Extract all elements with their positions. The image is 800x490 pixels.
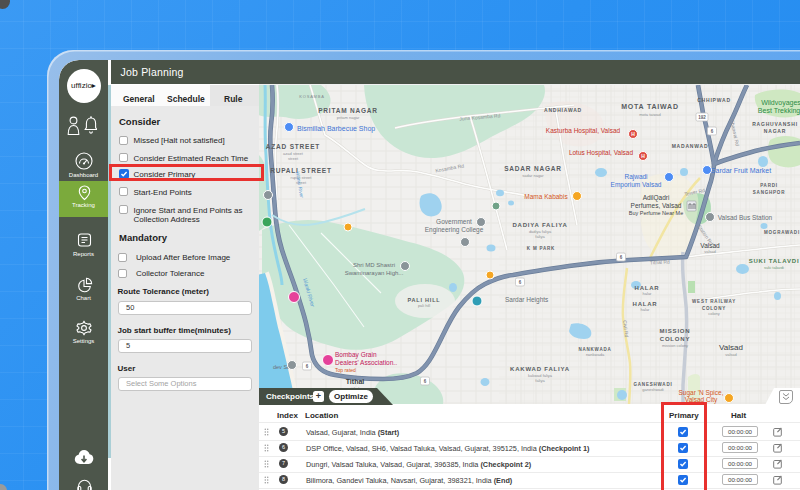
svg-text:H: H [641, 153, 645, 159]
svg-text:Lotus Hospital, Valsad: Lotus Hospital, Valsad [569, 149, 634, 157]
svg-text:valsad: valsad [725, 352, 737, 357]
svg-text:ANDHIAWAD: ANDHIAWAD [544, 107, 582, 113]
svg-text:PARDI: PARDI [760, 183, 778, 188]
svg-text:street: street [288, 156, 299, 161]
svg-text:Shri MD Shastri: Shri MD Shastri [353, 262, 395, 268]
svg-text:Sardar Heights: Sardar Heights [505, 296, 549, 304]
svg-text:Kasturba Hospital, Valsad: Kasturba Hospital, Valsad [546, 127, 621, 135]
svg-text:SUKI TALAVDI: SUKI TALAVDI [749, 258, 800, 264]
svg-text:AdilQadri: AdilQadri [643, 194, 670, 202]
svg-text:Perfumes, Valsad: Perfumes, Valsad [631, 202, 682, 209]
svg-text:DADIYA FALIYA: DADIYA FALIYA [512, 222, 567, 228]
svg-text:MISSION: MISSION [660, 328, 691, 334]
svg-text:ganeshwadi: ganeshwadi [642, 387, 663, 392]
svg-text:Wildvoyages: Wildvoyages [761, 99, 800, 107]
svg-text:Bombay Grain: Bombay Grain [335, 351, 377, 359]
svg-text:faliya: faliya [535, 234, 545, 239]
svg-text:WEST RAILWAY: WEST RAILWAY [692, 299, 736, 304]
svg-text:Rajwadi: Rajwadi [624, 173, 647, 181]
svg-text:Dealers' Association..: Dealers' Association.. [335, 359, 397, 366]
svg-text:Valsad: Valsad [719, 343, 743, 352]
svg-text:192: 192 [698, 115, 706, 120]
svg-text:pali hill: pali hill [418, 303, 430, 308]
svg-text:MOTA TAIWAD: MOTA TAIWAD [621, 103, 679, 110]
svg-text:Best Trekking..: Best Trekking.. [758, 107, 800, 115]
svg-text:Top rated: Top rated [335, 367, 356, 373]
svg-text:Engineering College: Engineering College [425, 226, 484, 234]
svg-text:Swaminarayan High...: Swaminarayan High... [345, 270, 404, 276]
svg-text:KOSAMBA: KOSAMBA [299, 94, 324, 99]
svg-text:CHHIPWAD: CHHIPWAD [697, 97, 731, 103]
svg-text:halar: halar [643, 291, 653, 296]
svg-text:Emporium Valsad: Emporium Valsad [611, 181, 662, 189]
svg-text:KAKWAD FALIYA: KAKWAD FALIYA [510, 366, 570, 372]
svg-text:NAGAR: NAGAR [764, 128, 786, 134]
svg-text:COLONY: COLONY [660, 336, 690, 342]
svg-text:halar: halar [641, 307, 651, 312]
svg-text:Government: Government [436, 218, 472, 225]
svg-text:MOGRAWADI: MOGRAWADI [764, 230, 800, 235]
svg-text:suki talavdi: suki talavdi [764, 265, 784, 270]
svg-text:SADAR NAGAR: SADAR NAGAR [504, 165, 562, 172]
svg-text:SANGHPOR: SANGHPOR [753, 190, 785, 195]
svg-text:mission colony: mission colony [662, 343, 688, 348]
svg-text:mota taiwad: mota taiwad [639, 112, 661, 117]
svg-text:AZAD STREET: AZAD STREET [266, 143, 320, 150]
svg-text:Bismillah Barbecue Shop: Bismillah Barbecue Shop [297, 125, 375, 133]
svg-text:nankwada: nankwada [586, 352, 605, 357]
svg-text:K M PARK: K M PARK [527, 246, 555, 251]
svg-text:Buy Perfume Near Me: Buy Perfume Near Me [629, 210, 683, 216]
svg-text:Tithal Rd: Tithal Rd [650, 258, 670, 265]
svg-text:H: H [631, 131, 635, 137]
svg-text:faliya: faliya [535, 378, 545, 383]
svg-text:sadar nagar: sadar nagar [522, 173, 544, 178]
svg-text:RAGHUVANSHI: RAGHUVANSHI [752, 121, 798, 127]
svg-text:Valsad Bus Station: Valsad Bus Station [718, 214, 773, 221]
svg-text:MADANWAD: MADANWAD [672, 143, 709, 149]
svg-text:PRITAM NAGAR: PRITAM NAGAR [318, 107, 378, 114]
svg-text:colony: colony [708, 311, 720, 316]
svg-text:valsad: valsad [704, 249, 716, 254]
svg-text:pritam nagar: pritam nagar [337, 115, 360, 120]
svg-text:Mama Kababis: Mama Kababis [524, 193, 568, 200]
svg-text:Sardar Fruit Market: Sardar Fruit Market [711, 167, 771, 174]
svg-text:Tithal: Tithal [346, 378, 365, 385]
